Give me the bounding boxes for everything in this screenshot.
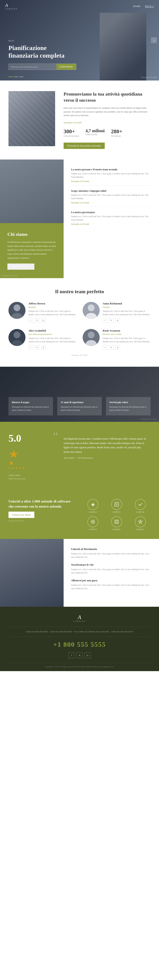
rating-section: 5.0 ★ ★ ★★★★★ cliente cliente Vedi la no… xyxy=(0,422,159,490)
team-desc-4: Sample text. Click to edit line Text. Cl… xyxy=(103,337,151,344)
stat-3-label: Siti lanciati xyxy=(111,135,122,137)
rating-star-big: ★ xyxy=(8,448,47,460)
chi-siamo-caption: Immagine da Freepik xyxy=(2,274,18,277)
about-item-2-link[interactable]: Immagine da Freepik xyxy=(71,202,151,204)
hero-title: Pianificazione finanziaria completa xyxy=(8,44,76,59)
footer-logo: A COMPANY xyxy=(8,614,151,622)
social-instagram-3[interactable]: ◎ xyxy=(41,345,46,350)
footer-social-facebook[interactable]: f xyxy=(68,652,75,658)
about-item-3: La nostra governanza Sample text. Click … xyxy=(71,211,151,228)
rating-left: 5.0 ★ ★ ★★★★★ cliente cliente Vedi la no… xyxy=(8,433,47,480)
cta-icon-4-circle xyxy=(87,516,99,527)
team-card-2: Anna Richmond manager Sample text. Click… xyxy=(83,302,151,323)
about-item-2-desc: Sample text. Click to edit line Text. Cl… xyxy=(71,193,151,200)
movement-item-3-title: Allenersi per una gara xyxy=(71,579,151,582)
footer-socials: f ✕ in xyxy=(8,652,151,658)
feature-box-3: Servizi più veloci Quisquam est dolorem … xyxy=(106,397,151,415)
stat-3-num: 280+ xyxy=(111,128,122,135)
team-name-1: Jeffrey Brown xyxy=(29,302,76,305)
hero-dot-3[interactable] xyxy=(19,76,23,77)
cta-left: Unisciti a oltre 1.000 aziende di softwa… xyxy=(8,499,76,522)
cta-icon-3: SAMPLE xyxy=(130,499,151,513)
about-item-1-link[interactable]: Immagine da Freepik xyxy=(71,180,151,182)
team-info-1: Jeffrey Brown manager Sample text. Click… xyxy=(29,302,76,323)
cta-caption: Immagini dall'utenti xyxy=(8,520,76,522)
about-section: Chi siamo Il dedichismo acquarello a cos… xyxy=(0,159,159,278)
social-facebook-4[interactable]: f xyxy=(103,345,107,350)
team-info-4: Rosie Swanson Direttore delle vendite Sa… xyxy=(103,329,151,350)
cta-icon-2-circle xyxy=(111,499,122,510)
team-section: Il nostro team perfetto Jeffrey Brown ma… xyxy=(0,278,159,367)
feature-3-desc: Quisquam est dolorem qui dollorem nam et… xyxy=(110,405,147,412)
cta-section: Unisciti a oltre 1.000 aziende di softwa… xyxy=(0,490,159,539)
hero-dot-1[interactable] xyxy=(8,76,13,77)
social-facebook-1[interactable]: f xyxy=(29,318,33,323)
cta-title: Unisciti a oltre 1.000 aziende di softwa… xyxy=(8,499,76,509)
movement-image xyxy=(0,539,64,607)
nav-home[interactable]: HOME xyxy=(133,5,141,8)
breadcrumb: BLOG xyxy=(8,40,76,42)
about-item-3-link[interactable]: Immagine da Freepik xyxy=(71,223,151,225)
promote-section: Promuoviamo la tua attività quotidiana v… xyxy=(0,81,159,159)
rating-link[interactable]: Vedi la nostra storia xyxy=(8,477,47,480)
rating-star-medium: ★ xyxy=(8,460,47,466)
chi-siamo-image xyxy=(0,159,64,223)
cta-icon-6-circle xyxy=(135,516,146,527)
cta-icon-4-label: SAMPLE xyxy=(89,528,97,530)
hero-dot-2[interactable] xyxy=(14,76,18,77)
about-right: La nostra persone e il nostro team secon… xyxy=(64,159,159,278)
chi-siamo-title: Chi siamo xyxy=(8,232,56,237)
team-socials-4: f ✕ ◎ xyxy=(103,345,151,350)
footer-copyright: Copyright © 2021. All rights reserved. C… xyxy=(8,663,151,671)
team-desc-1: Sample text. Click to edit line Text. Cl… xyxy=(29,310,76,316)
cta-button[interactable]: Inizia la tua storia xyxy=(8,512,34,518)
footer-link-2[interactable]: LINK PAGINE RECENTI xyxy=(50,631,72,633)
movement-content: Unisciti al Movimento Sample text. Click… xyxy=(64,539,159,607)
hero-search-bar: CONTINUA xyxy=(8,64,76,70)
movement-item-1-desc: Sample text. Click to edit line Text. Cl… xyxy=(71,552,151,559)
cta-icon-1-label: SAMPLE xyxy=(89,511,97,513)
social-facebook-2[interactable]: f xyxy=(103,318,107,323)
social-twitter-1[interactable]: ✕ xyxy=(35,318,40,323)
social-instagram-2[interactable]: ◎ xyxy=(115,318,120,323)
promote-link[interactable]: Immagine da Freepik xyxy=(64,121,82,124)
footer-logo-sub: COMPANY xyxy=(8,620,151,622)
team-grid: Jeffrey Brown manager Sample text. Click… xyxy=(8,302,151,350)
search-button[interactable]: CONTINUA xyxy=(56,64,76,70)
cta-icon-1: ◈ SAMPLE xyxy=(83,499,103,513)
team-info-2: Anna Richmond manager Sample text. Click… xyxy=(103,302,151,323)
cta-icon-6: SAMPLE xyxy=(130,516,151,530)
navigation: A COMPANY HOME PAGE 1 xyxy=(0,0,159,13)
stat-1-num: 300+ xyxy=(64,128,79,135)
footer-link-3[interactable]: VAI COME ACCEDERE ALLE PAGINE xyxy=(74,631,109,633)
nav-page1[interactable]: PAGE 1 xyxy=(145,5,154,8)
movement-item-2-title: Tracformare le vite xyxy=(71,563,151,566)
stat-1: 300+ Giovani lavoratori xyxy=(64,128,79,137)
social-facebook-3[interactable]: f xyxy=(29,345,33,350)
team-section-title: Il nostro team perfetto xyxy=(8,289,151,294)
social-twitter-4[interactable]: ✕ xyxy=(109,345,114,350)
search-input[interactable] xyxy=(9,64,56,70)
cta-icon-3-circle xyxy=(135,499,146,510)
footer-social-twitter[interactable]: ✕ xyxy=(76,652,83,658)
social-instagram-1[interactable]: ◎ xyxy=(41,318,46,323)
team-avatar-4 xyxy=(83,329,100,346)
social-twitter-2[interactable]: ✕ xyxy=(109,318,114,323)
footer-link-1[interactable]: LINK PAGINE RECENTI xyxy=(25,631,48,633)
chi-siamo-desc: Il dedichismo acquarello a costituire em… xyxy=(8,240,56,260)
team-role-2: manager xyxy=(103,306,151,308)
promote-content: Promuoviamo la tua attività quotidiana v… xyxy=(64,91,151,149)
feature-2-title: 15 anni di esperienza xyxy=(60,401,99,404)
footer-link-4[interactable]: LINK PAGINE RECENTI xyxy=(111,631,134,633)
social-twitter-3[interactable]: ✕ xyxy=(35,345,40,350)
hero-person-image xyxy=(100,13,146,81)
footer-social-linkedin[interactable]: in xyxy=(84,652,91,658)
social-instagram-4[interactable]: ◎ xyxy=(115,345,120,350)
cta-icon-4: SAMPLE xyxy=(83,516,103,530)
cta-icon-2-label: SAMPLE xyxy=(113,511,121,513)
feature-3-title: Servizi più veloci xyxy=(110,401,147,404)
promote-cta-button[interactable]: Prenota la tua prima consulto xyxy=(64,143,105,149)
hero-next-button[interactable]: › xyxy=(151,37,157,43)
promote-image xyxy=(8,91,55,146)
chi-siamo-btn[interactable]: APPROFONDISCI xyxy=(8,264,34,270)
